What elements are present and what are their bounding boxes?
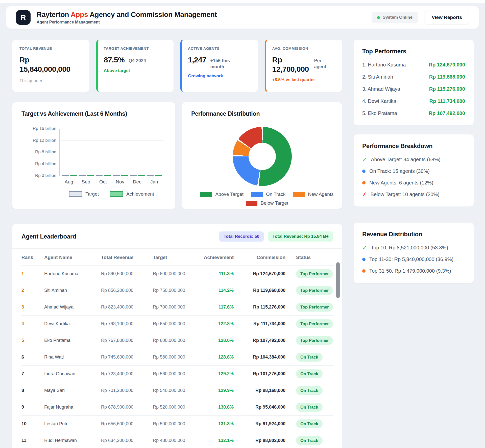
commission-cell: Rp 88,802,000 — [234, 432, 285, 448]
breakdown-text: Below Target: 10 agents (20%) — [371, 192, 440, 197]
achievement-cell: 117.6% — [203, 299, 234, 316]
scrollbar-thumb[interactable] — [336, 262, 340, 298]
achievement-cell: 128.0% — [203, 332, 234, 349]
breakdown-text: New Agents: 6 agents (12%) — [369, 180, 433, 186]
agent-leaderboard-card: Agent Leaderboard Total Records: 50Total… — [12, 224, 342, 448]
rank-cell: 7 — [21, 366, 44, 382]
agent-name-cell: Maya Sari — [44, 382, 101, 399]
legend-label: Target — [85, 191, 99, 197]
rank-cell: 2 — [21, 282, 44, 299]
column-header-target: Target — [153, 249, 203, 266]
app-header: R Rayterton Apps Agency and Commission M… — [6, 6, 479, 29]
bar-groups — [60, 129, 164, 176]
legend-swatch — [69, 191, 82, 197]
revenue-distribution-title: Revenue Distribution — [362, 231, 465, 238]
dot-icon — [362, 269, 366, 273]
leaderboard-table: RankAgent NameTotal RevenueTargetAchieve… — [21, 249, 333, 448]
table-scrollbar[interactable] — [336, 262, 340, 404]
rank-cell: 11 — [21, 432, 44, 448]
title-rest: Agency and Commission Management — [88, 11, 217, 18]
table-row: 1Hartono KusumaRp 890,500,000Rp 800,000,… — [21, 266, 333, 282]
top-performers-list: 1. Hartono KusumaRp 124,670,0002. Siti A… — [362, 62, 465, 116]
legend-item: Below Target — [246, 200, 288, 206]
rank-cell: 3 — [21, 299, 44, 316]
kpi-side-note: Per agent — [314, 58, 331, 70]
breakdown-row: ✓Above Target: 34 agents (68%) — [362, 157, 465, 162]
legend-label: Achievement — [126, 191, 154, 197]
x-axis-label: Dec — [129, 179, 146, 185]
rank-cell: 8 — [21, 382, 44, 399]
total-revenue-cell: Rp 656,600,000 — [101, 416, 153, 432]
legend-item: Above Target — [200, 192, 244, 197]
legend-item: New Agents — [293, 192, 333, 197]
target-bar — [96, 175, 103, 176]
bar-group-aug — [62, 175, 77, 176]
achievement-bar — [87, 175, 94, 176]
bar-group-jan — [147, 175, 162, 176]
commission-cell: Rp 101,276,000 — [234, 366, 285, 382]
dot-icon — [362, 258, 366, 261]
performer-name: 5. Eko Pratama — [362, 110, 397, 116]
rank-cell: 1 — [21, 266, 44, 282]
bar-group-dec — [130, 175, 145, 176]
online-dot-icon — [377, 16, 380, 19]
performer-value: Rp 115,276,000 — [429, 86, 465, 92]
breakdown-text: Top 31-50: Rp 1,479,000,000 (9.3%) — [369, 268, 451, 274]
target-bar — [62, 175, 69, 176]
commission-cell: Rp 104,384,000 — [234, 349, 285, 366]
breakdown-row: Top 11-30: Rp 5,840,000,000 (36.9%) — [362, 256, 465, 262]
legend-swatch — [251, 192, 263, 197]
agent-name-cell: Rudi Hermawan — [44, 432, 101, 448]
legend-label: Below Target — [261, 200, 288, 206]
breakdown-row: New Agents: 6 agents (12%) — [362, 180, 465, 186]
table-row: 4Dewi KartikaRp 798,100,000Rp 650,000,00… — [21, 316, 333, 332]
x-axis-label: Aug — [60, 179, 78, 185]
kpi-side-note: +156 this month — [210, 58, 238, 70]
legend-swatch — [110, 191, 123, 197]
bar-plot: Rp 16 billionRp 12 billionRp 8 billionRp… — [59, 129, 164, 176]
status-badge: Top Performer — [296, 319, 333, 328]
table-row: 5Eko PratamaRp 767,800,000Rp 600,000,000… — [21, 332, 333, 349]
rank-cell: 5 — [21, 332, 44, 349]
y-axis-tick-label: Rp 8 billion — [35, 150, 56, 155]
breakdown-row: ✗Below Target: 10 agents (20%) — [362, 192, 465, 197]
target-cell: Rp 650,000,000 — [153, 316, 203, 332]
table-row: 8Maya SariRp 701,200,000Rp 540,000,00012… — [21, 382, 333, 399]
x-axis-label: Jan — [146, 179, 163, 185]
rank-cell: 10 — [21, 416, 44, 432]
performance-breakdown-card: Performance Breakdown ✓Above Target: 34 … — [353, 134, 474, 207]
x-axis-label: Oct — [94, 179, 112, 185]
performer-name: 1. Hartono Kusuma — [362, 62, 406, 68]
achievement-cell: 131.3% — [203, 416, 234, 432]
kpi-side-note: Q4 2024 — [129, 58, 146, 64]
target-cell: Rp 800,000,000 — [153, 266, 203, 282]
achievement-bar — [104, 175, 111, 176]
agent-name-cell: Siti Aminah — [44, 282, 101, 299]
performance-breakdown-list: ✓Above Target: 34 agents (68%)On Track: … — [362, 157, 465, 197]
rank-cell: 4 — [21, 316, 44, 332]
performer-name: 2. Siti Aminah — [362, 74, 393, 80]
kpi-value: 1,247 — [188, 55, 206, 65]
revenue-distribution-list: ✓Top 10: Rp 8,521,000,000 (53.8%)Top 11-… — [362, 245, 465, 274]
agent-name-cell: Lestari Putri — [44, 416, 101, 432]
bar-group-oct — [96, 175, 111, 176]
top-performer-row: 4. Dewi KartikaRp 111,734,000 — [362, 98, 465, 104]
kpi-row: TOTAL REVENUE Rp 15,840,000,000 This qua… — [12, 39, 342, 92]
legend-label: Above Target — [215, 192, 244, 197]
x-axis-label: Sep — [78, 179, 95, 185]
view-reports-button[interactable]: View Reports — [425, 11, 469, 24]
breakdown-text: Top 10: Rp 8,521,000,000 (53.8%) — [371, 245, 448, 251]
total-revenue-cell: Rp 634,300,000 — [101, 432, 153, 448]
top-strip — [0, 0, 485, 3]
agent-name-cell: Ahmad Wijaya — [44, 299, 101, 316]
top-performer-row: 1. Hartono KusumaRp 124,670,000 — [362, 62, 465, 68]
kpi-value: Rp 15,840,000,000 — [19, 55, 76, 74]
total-revenue-cell: Rp 701,200,000 — [101, 382, 153, 399]
kpi-label: ACTIVE AGENTS — [188, 46, 251, 51]
table-row: 6Rina WatiRp 745,600,000Rp 580,000,00012… — [21, 349, 333, 366]
y-axis-tick-label: Rp 0 billion — [35, 173, 56, 178]
donut-chart-legend: Above TargetOn TrackNew AgentsBelow Targ… — [191, 192, 343, 206]
target-bar — [113, 175, 120, 176]
breakdown-row: ✓Top 10: Rp 8,521,000,000 (53.8%) — [362, 245, 465, 251]
cross-icon: ✗ — [362, 192, 367, 197]
